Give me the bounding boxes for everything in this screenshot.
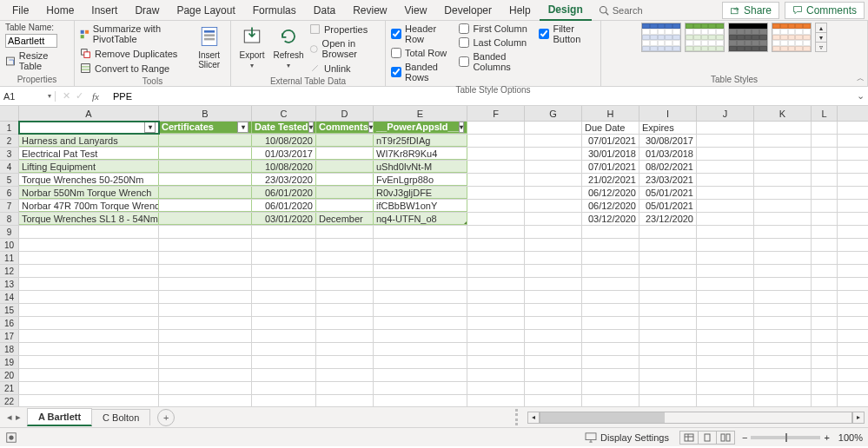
cell-I7[interactable]: 05/01/2021: [639, 200, 697, 212]
cell-F15[interactable]: [467, 304, 525, 316]
cell-C3[interactable]: 01/03/2017: [252, 148, 316, 160]
name-box[interactable]: A1▾: [0, 91, 56, 102]
cell-E12[interactable]: [374, 265, 467, 277]
filter-dropdown[interactable]: [144, 122, 156, 133]
cell-E2[interactable]: nT9r25fDIAg: [374, 135, 467, 147]
cell-K21[interactable]: [754, 382, 812, 394]
filter-dropdown[interactable]: [308, 122, 314, 133]
cell-B17[interactable]: [159, 330, 252, 342]
cell-F1[interactable]: [467, 122, 525, 134]
cell-E10[interactable]: [374, 239, 467, 251]
cell-I2[interactable]: 30/08/2017: [639, 135, 697, 147]
cell-H4[interactable]: 07/01/2021: [582, 161, 639, 173]
cell-L19[interactable]: [812, 356, 838, 368]
cell-G7[interactable]: [525, 200, 582, 212]
row-header[interactable]: 21: [0, 382, 19, 394]
horizontal-scrollbar[interactable]: ◂ ▸: [524, 412, 868, 424]
cell-B19[interactable]: [159, 356, 252, 368]
resize-table-button[interactable]: Resize Table: [5, 49, 69, 72]
cell-G17[interactable]: [525, 330, 582, 342]
cell-L7[interactable]: [812, 200, 838, 212]
cell-K18[interactable]: [754, 343, 812, 355]
cell-L3[interactable]: [812, 148, 838, 160]
row-header[interactable]: 3: [0, 148, 19, 160]
cell-L17[interactable]: [812, 330, 838, 342]
cell-F7[interactable]: [467, 200, 525, 212]
cell-L13[interactable]: [812, 278, 838, 290]
cell-D2[interactable]: [316, 135, 374, 147]
cell-D8[interactable]: December: [316, 213, 374, 225]
cell-I8[interactable]: 23/12/2020: [639, 213, 697, 225]
select-all-corner[interactable]: [0, 106, 19, 121]
cell-J17[interactable]: [697, 330, 754, 342]
cell-E14[interactable]: [374, 291, 467, 303]
cell-A2[interactable]: Harness and Lanyards: [19, 135, 159, 147]
tab-draw[interactable]: Draw: [126, 1, 168, 20]
cell-H15[interactable]: [582, 304, 639, 316]
cell-I19[interactable]: [639, 356, 697, 368]
cell-K7[interactable]: [754, 200, 812, 212]
chk-filter-button[interactable]: Filter Button: [539, 23, 595, 45]
cell-J9[interactable]: [697, 226, 754, 238]
cell-D3[interactable]: [316, 148, 374, 160]
cell-C5[interactable]: 23/03/2020: [252, 174, 316, 186]
cell-K2[interactable]: [754, 135, 812, 147]
tab-scroll-splitter[interactable]: [515, 409, 520, 425]
view-page-layout-button[interactable]: [698, 431, 717, 445]
cell-D4[interactable]: [316, 161, 374, 173]
insert-slicer-button[interactable]: InsertSlicer: [193, 23, 225, 69]
cell-G10[interactable]: [525, 239, 582, 251]
cell-B8[interactable]: [159, 213, 252, 225]
tab-help[interactable]: Help: [500, 1, 540, 20]
cell-L11[interactable]: [812, 252, 838, 264]
tab-home[interactable]: Home: [37, 1, 83, 20]
cell-H2[interactable]: 07/01/2021: [582, 135, 639, 147]
cell-B13[interactable]: [159, 278, 252, 290]
cell-G11[interactable]: [525, 252, 582, 264]
cell-D5[interactable]: [316, 174, 374, 186]
gallery-scroll[interactable]: ▴▾▿: [815, 23, 827, 52]
sheet-nav-prev[interactable]: ◂: [7, 412, 12, 423]
cell-G14[interactable]: [525, 291, 582, 303]
tab-file[interactable]: File: [3, 1, 37, 20]
cell-F19[interactable]: [467, 356, 525, 368]
cell-F22[interactable]: [467, 395, 525, 406]
cell-I1[interactable]: Expires: [639, 122, 697, 134]
cell-H19[interactable]: [582, 356, 639, 368]
cell-F8[interactable]: [467, 213, 525, 225]
cell-L16[interactable]: [812, 317, 838, 329]
cell-I10[interactable]: [639, 239, 697, 251]
cell-J19[interactable]: [697, 356, 754, 368]
tab-page-layout[interactable]: Page Layout: [168, 1, 243, 20]
cell-A10[interactable]: [19, 239, 159, 251]
cell-L6[interactable]: [812, 187, 838, 199]
cell-A4[interactable]: Lifting Equipment: [19, 161, 159, 173]
cell-J8[interactable]: [697, 213, 754, 225]
col-header-D[interactable]: D: [316, 106, 374, 121]
cell-J5[interactable]: [697, 174, 754, 186]
cell-G13[interactable]: [525, 278, 582, 290]
cell-D9[interactable]: [316, 226, 374, 238]
cell-I22[interactable]: [639, 395, 697, 406]
cell-H3[interactable]: 30/01/2018: [582, 148, 639, 160]
row-header[interactable]: 10: [0, 239, 19, 251]
cell-A9[interactable]: [19, 226, 159, 238]
cell-J2[interactable]: [697, 135, 754, 147]
add-sheet-button[interactable]: +: [157, 409, 175, 426]
col-header-G[interactable]: G: [525, 106, 582, 121]
cell-G19[interactable]: [525, 356, 582, 368]
filter-dropdown[interactable]: [368, 122, 374, 133]
cell-D7[interactable]: [316, 200, 374, 212]
cell-K13[interactable]: [754, 278, 812, 290]
cell-L21[interactable]: [812, 382, 838, 394]
cell-H9[interactable]: [582, 226, 639, 238]
cell-F13[interactable]: [467, 278, 525, 290]
row-header[interactable]: 15: [0, 304, 19, 316]
cell-G1[interactable]: [525, 122, 582, 134]
cell-A6[interactable]: Norbar 550Nm Torque Wrench: [19, 187, 159, 199]
cell-I11[interactable]: [639, 252, 697, 264]
cell-L5[interactable]: [812, 174, 838, 186]
cell-G18[interactable]: [525, 343, 582, 355]
cell-J10[interactable]: [697, 239, 754, 251]
cell-E9[interactable]: [374, 226, 467, 238]
